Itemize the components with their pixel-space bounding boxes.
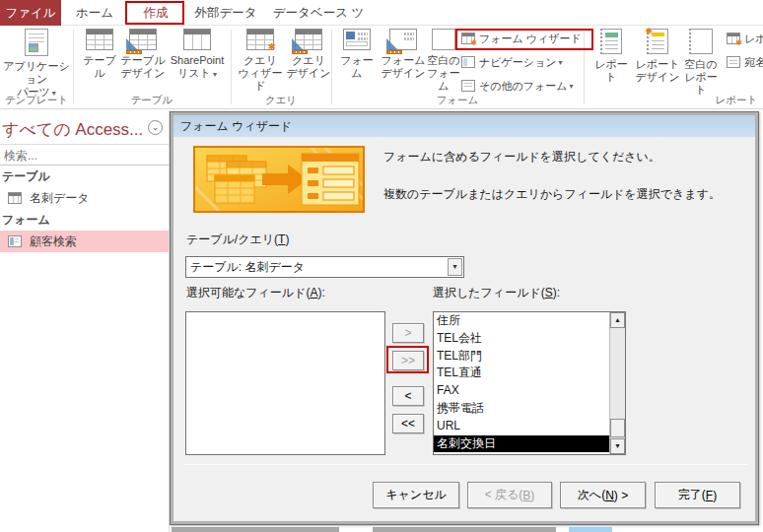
- instruction-text: 複数のテーブルまたはクエリからフィールドを選択できます。: [383, 186, 721, 203]
- button-label: ウィザード: [235, 67, 286, 93]
- table-icon: [8, 192, 22, 204]
- sharepoint-list-button[interactable]: SharePoint リスト▾: [166, 29, 229, 81]
- nav-item-label: 顧客検索: [30, 231, 77, 252]
- button-label: アプリケーション: [2, 60, 71, 86]
- available-fields-label: 選択可能なフィールド(A):: [186, 285, 325, 301]
- button-label: SharePoint: [171, 54, 224, 67]
- button-label: デザイン: [381, 67, 425, 80]
- nav-group-forms[interactable]: フォーム: [0, 209, 169, 231]
- finish-button[interactable]: 完了(F): [655, 482, 740, 508]
- form-button[interactable]: フォーム: [335, 29, 379, 80]
- tab-home[interactable]: ホーム: [69, 0, 120, 26]
- blank-report-icon: [689, 29, 713, 54]
- button-label: ナビゲーション: [479, 55, 557, 70]
- form-icon: [8, 235, 22, 247]
- list-item[interactable]: TEL部門: [434, 348, 609, 366]
- list-item[interactable]: TEL直通: [434, 365, 609, 382]
- ribbon-tab-bar: ファイル ホーム 作成 外部データ データベース ツール: [0, 0, 763, 26]
- background-sliver: [172, 527, 339, 532]
- list-item[interactable]: 住所: [434, 312, 609, 330]
- dialog-title[interactable]: フォーム ウィザード: [173, 115, 755, 137]
- group-label-tables: テーブル: [73, 94, 231, 107]
- available-fields-listbox[interactable]: [185, 311, 385, 455]
- tab-external-data[interactable]: 外部データ: [189, 0, 262, 26]
- report-wizard-button[interactable]: ✱ レポー: [727, 30, 763, 47]
- button-label: テーブル: [121, 54, 166, 67]
- back-button[interactable]: < 戻る(B): [467, 482, 552, 508]
- scroll-down-icon[interactable]: ▼: [610, 438, 625, 454]
- form-wizard-icon: ✱: [461, 33, 475, 44]
- tab-create[interactable]: 作成: [128, 0, 183, 26]
- query-design-button[interactable]: クエリ デザイン: [286, 29, 331, 80]
- group-label-reports: レポート: [584, 94, 763, 107]
- tab-database-tools[interactable]: データベース ツール: [268, 0, 369, 26]
- scroll-up-icon[interactable]: ▲: [610, 312, 625, 328]
- button-label: テーブル: [79, 54, 120, 80]
- button-label: デザイン: [286, 67, 330, 80]
- dropdown-caret-icon: ▾: [559, 58, 563, 67]
- button-label: レポー: [744, 32, 763, 46]
- nav-search-input[interactable]: 検索...: [0, 144, 169, 166]
- table-query-label: テーブル/クエリ(T): [186, 232, 289, 248]
- list-item[interactable]: FAX: [434, 382, 609, 400]
- button-label: 宛名ラ: [744, 55, 763, 70]
- navigation-icon: [461, 56, 475, 68]
- table-design-button[interactable]: テーブル デザイン: [120, 29, 166, 80]
- nav-pane-collapse-icon[interactable]: ⌄: [148, 120, 163, 135]
- wizard-graphic: [193, 146, 365, 213]
- table-icon: [86, 29, 113, 50]
- more-forms-icon: [461, 80, 475, 92]
- scrollbar-thumb[interactable]: [610, 419, 625, 437]
- labels-icon: [727, 56, 740, 68]
- form-design-icon: [389, 29, 417, 50]
- form-wizard-button[interactable]: ✱ フォーム ウィザード: [461, 30, 582, 47]
- group-label-forms: フォーム: [331, 94, 584, 107]
- button-label: フォーム: [424, 67, 463, 93]
- button-label: 空白の: [427, 54, 459, 67]
- report-design-button[interactable]: ✸ レポート デザイン: [635, 29, 680, 84]
- application-parts-button[interactable]: アプリケーション パーツ▾: [2, 29, 71, 100]
- button-label: フォーム: [335, 54, 379, 80]
- table-button[interactable]: テーブル: [79, 29, 120, 80]
- nav-group-tables[interactable]: テーブル: [0, 166, 169, 187]
- blank-form-button[interactable]: 空白の フォーム: [424, 29, 463, 93]
- remove-field-button[interactable]: <: [392, 386, 424, 406]
- add-field-button[interactable]: >: [392, 323, 424, 343]
- group-label-queries: クエリ: [231, 94, 331, 107]
- group-label-templates: テンプレート: [0, 94, 73, 107]
- add-all-fields-button[interactable]: >>: [392, 351, 424, 370]
- selected-fields-listbox[interactable]: 住所TEL会社TEL部門TEL直通FAX携帯電話URL名刺交換日 ▲ ▼: [433, 311, 626, 455]
- list-item[interactable]: TEL会社: [434, 330, 609, 348]
- nav-item-meishi-data[interactable]: 名刺データ: [0, 187, 169, 209]
- query-wizard-button[interactable]: ✱ クエリ ウィザード: [235, 29, 286, 93]
- button-label: クエリ: [243, 54, 277, 67]
- navigation-button[interactable]: ナビゲーション ▾: [461, 53, 563, 71]
- form-icon: [343, 29, 371, 50]
- report-button[interactable]: レポート: [590, 29, 633, 84]
- nav-item-kokyaku-kensaku[interactable]: 顧客検索: [0, 231, 169, 252]
- table-design-icon: [129, 29, 157, 50]
- cancel-button[interactable]: キャンセル: [373, 482, 459, 508]
- button-label: レポート: [590, 58, 633, 84]
- more-forms-button[interactable]: その他のフォーム ▾: [461, 77, 574, 95]
- button-label: フォーム: [382, 54, 426, 67]
- nav-pane-title: すべての Access...: [2, 120, 143, 139]
- tab-file[interactable]: ファイル: [0, 0, 61, 26]
- remove-all-fields-button[interactable]: <<: [392, 414, 424, 433]
- combobox-arrow-icon[interactable]: ▼: [448, 258, 462, 276]
- list-item[interactable]: 携帯電話: [434, 400, 609, 418]
- labels-button[interactable]: 宛名ラ: [727, 53, 763, 71]
- report-wizard-icon: ✱: [727, 33, 740, 44]
- selected-fields-label: 選択したフィールド(S):: [433, 285, 560, 301]
- list-item[interactable]: 名刺交換日: [434, 435, 609, 453]
- ribbon-create: アプリケーション パーツ▾ テーブル テーブル デザイン SharePoint …: [0, 27, 763, 109]
- query-wizard-icon: ✱: [246, 29, 274, 50]
- form-design-button[interactable]: フォーム デザイン: [381, 29, 426, 80]
- separator: [183, 464, 747, 465]
- blank-report-button[interactable]: 空白の レポート: [680, 29, 722, 97]
- button-label: デザイン: [120, 67, 165, 80]
- list-item[interactable]: URL: [434, 418, 609, 435]
- scrollbar[interactable]: ▲ ▼: [609, 312, 625, 454]
- next-button[interactable]: 次へ(N) >: [560, 482, 646, 508]
- table-query-combobox[interactable]: テーブル: 名刺データ ▼: [185, 256, 464, 278]
